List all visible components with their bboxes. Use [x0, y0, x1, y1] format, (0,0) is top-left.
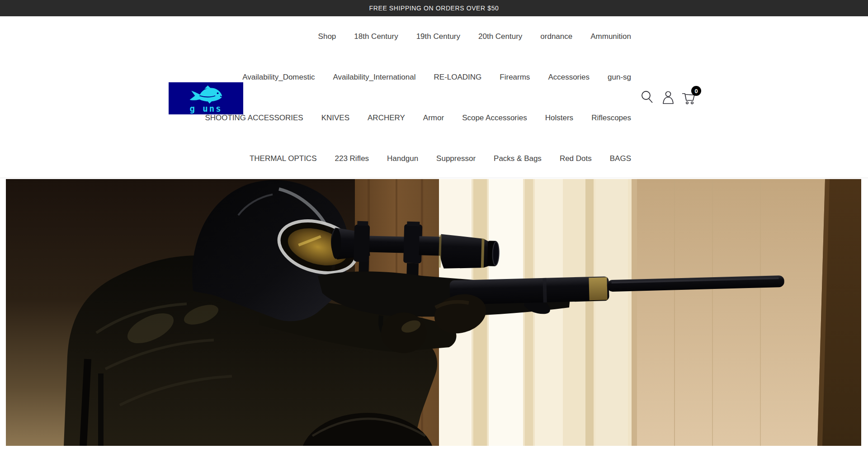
- site-header: g uns Shop 18th Century 19th Century 20t…: [0, 16, 868, 178]
- nav-item-gun-sg[interactable]: gun-sg: [608, 73, 631, 82]
- nav-row-2: Availability_Domestic Availability_Inter…: [233, 57, 631, 98]
- cart-button[interactable]: 0: [681, 89, 697, 105]
- nav-item-availability-international[interactable]: Availability_International: [333, 73, 415, 82]
- nav-item-red-dots[interactable]: Red Dots: [560, 154, 592, 163]
- nav-item-20th-century[interactable]: 20th Century: [478, 32, 522, 41]
- nav-item-thermal-optics[interactable]: THERMAL OPTICS: [250, 154, 317, 163]
- logo-text: g uns: [189, 104, 222, 113]
- fish-logo-icon: [185, 85, 227, 104]
- announcement-bar: FREE SHIPPING ON ORDERS OVER $50: [0, 0, 868, 16]
- search-button[interactable]: [639, 89, 656, 105]
- search-icon: [640, 90, 655, 105]
- nav-row-4: THERMAL OPTICS 223 Rifles Handgun Suppre…: [233, 138, 631, 179]
- nav-item-handgun[interactable]: Handgun: [387, 154, 418, 163]
- hero-photo: [6, 179, 861, 446]
- nav-row-3: SHOOTING ACCESSORIES KNIVES ARCHERY Armo…: [233, 98, 631, 138]
- nav-item-accessories[interactable]: Accessories: [548, 73, 590, 82]
- nav-row-1: Shop 18th Century 19th Century 20th Cent…: [233, 16, 631, 57]
- nav-item-armor[interactable]: Armor: [423, 113, 444, 123]
- nav-item-availability-domestic[interactable]: Availability_Domestic: [242, 73, 315, 82]
- nav-item-18th-century[interactable]: 18th Century: [354, 32, 398, 41]
- hero-banner: [6, 179, 861, 446]
- nav-item-re-loading[interactable]: RE-LOADING: [434, 73, 482, 82]
- cart-count-badge: 0: [691, 86, 701, 96]
- nav-item-packs-bags[interactable]: Packs & Bags: [494, 154, 542, 163]
- nav-item-ammunition[interactable]: Ammunition: [590, 32, 631, 41]
- account-icon: [661, 90, 675, 105]
- site-logo[interactable]: g uns: [169, 82, 243, 114]
- nav-item-bags[interactable]: BAGS: [610, 154, 631, 163]
- nav-item-archery[interactable]: ARCHERY: [368, 113, 405, 123]
- nav-item-firearms[interactable]: Firearms: [500, 73, 530, 82]
- nav-item-riflescopes[interactable]: Riflescopes: [591, 113, 631, 123]
- nav-item-19th-century[interactable]: 19th Century: [416, 32, 460, 41]
- main-navigation: Shop 18th Century 19th Century 20th Cent…: [233, 16, 631, 179]
- nav-item-suppressor[interactable]: Suppressor: [436, 154, 476, 163]
- announcement-text: FREE SHIPPING ON ORDERS OVER $50: [369, 5, 499, 12]
- nav-item-scope-accessories[interactable]: Scope Accessories: [462, 113, 527, 123]
- nav-item-holsters[interactable]: Holsters: [545, 113, 573, 123]
- nav-item-ordnance[interactable]: ordnance: [540, 32, 572, 41]
- header-icon-group: 0: [639, 89, 697, 105]
- account-button[interactable]: [660, 89, 676, 105]
- nav-item-223-rifles[interactable]: 223 Rifles: [335, 154, 369, 163]
- nav-item-shooting-accessories[interactable]: SHOOTING ACCESSORIES: [205, 113, 303, 123]
- nav-item-knives[interactable]: KNIVES: [321, 113, 349, 123]
- nav-item-shop[interactable]: Shop: [318, 32, 336, 41]
